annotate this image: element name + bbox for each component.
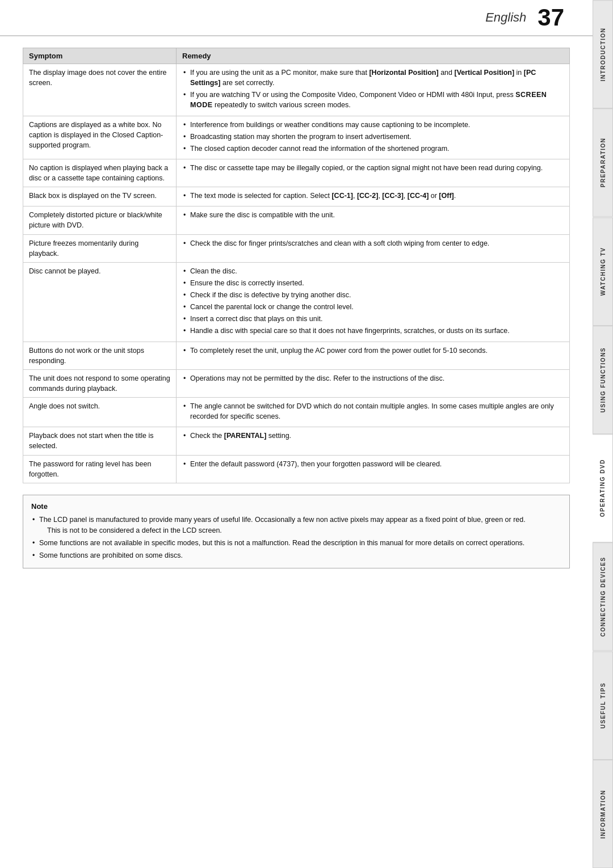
table-row: Black box is displayed on the TV screen.…	[23, 187, 570, 207]
col-header-symptom: Symptom	[23, 48, 177, 64]
remedy-cell: If you are using the unit as a PC monito…	[177, 64, 570, 116]
sidebar: INTRODUCTION PREPARATION WATCHING TV USI…	[593, 0, 613, 868]
table-row: Disc cannot be played.Clean the disc.Ens…	[23, 262, 570, 342]
symptom-cell: Buttons do not work or the unit stops re…	[23, 342, 177, 369]
sidebar-tab-watching-tv[interactable]: WATCHING TV	[593, 217, 613, 326]
remedy-cell: Enter the default password (4737), then …	[177, 455, 570, 483]
remedy-cell: Interference from buildings or weather c…	[177, 116, 570, 159]
remedy-item: Check the [PARENTAL] setting.	[182, 431, 564, 441]
symptom-cell: The display image does not cover the ent…	[23, 64, 177, 116]
header-right: English 37	[485, 6, 564, 30]
troubleshooting-table-wrapper: Symptom Remedy The display image does no…	[23, 48, 570, 483]
sidebar-tab-operating-dvd[interactable]: OPERATING DVD	[593, 434, 613, 542]
table-row: Playback does not start when the title i…	[23, 427, 570, 455]
remedy-item: Enter the default password (4737), then …	[182, 459, 564, 469]
page-header: English 37	[0, 0, 593, 36]
note-item: The LCD panel is manufactured to provide…	[31, 515, 561, 536]
remedy-cell: Make sure the disc is compatible with th…	[177, 207, 570, 234]
table-row: Completely distorted picture or black/wh…	[23, 207, 570, 234]
table-row: The password for rating level has been f…	[23, 455, 570, 483]
remedy-item: The angle cannot be switched for DVD whi…	[182, 401, 564, 422]
symptom-cell: Picture freezes momentarily during playb…	[23, 234, 177, 262]
table-row: Buttons do not work or the unit stops re…	[23, 342, 570, 369]
remedy-cell: To completely reset the unit, unplug the…	[177, 342, 570, 369]
table-row: The unit does not respond to some operat…	[23, 369, 570, 397]
remedy-cell: Check the disc for finger prints/scratch…	[177, 234, 570, 262]
note-list: The LCD panel is manufactured to provide…	[31, 515, 561, 561]
sidebar-tab-information[interactable]: INFORMATION	[593, 760, 613, 868]
note-sub: This is not to be considered a defect in…	[39, 525, 561, 536]
remedy-item: If you are using the unit as a PC monito…	[182, 68, 564, 88]
remedy-item: Insert a correct disc that plays on this…	[182, 314, 564, 324]
remedy-item: Clean the disc.	[182, 266, 564, 276]
remedy-cell: Check the [PARENTAL] setting.	[177, 427, 570, 455]
sidebar-tab-introduction[interactable]: INTRODUCTION	[593, 0, 613, 108]
main-content: Symptom Remedy The display image does no…	[0, 36, 593, 580]
note-item: Some functions are not available in spec…	[31, 538, 561, 549]
sidebar-tab-useful-tips[interactable]: USEFUL TIPS	[593, 651, 613, 760]
remedy-item: Make sure the disc is compatible with th…	[182, 210, 564, 220]
troubleshooting-table: Symptom Remedy The display image does no…	[23, 48, 570, 483]
symptom-cell: Black box is displayed on the TV screen.	[23, 187, 177, 207]
remedy-item: Cancel the parental lock or change the c…	[182, 302, 564, 312]
table-row: Captions are displayed as a white box. N…	[23, 116, 570, 159]
table-row: The display image does not cover the ent…	[23, 64, 570, 116]
symptom-cell: Playback does not start when the title i…	[23, 427, 177, 455]
table-row: No caption is displayed when playing bac…	[23, 159, 570, 187]
page-number: 37	[538, 6, 564, 30]
remedy-cell: The disc or cassette tape may be illegal…	[177, 159, 570, 187]
sidebar-tab-using-functions[interactable]: USING FUNCTIONS	[593, 326, 613, 434]
symptom-cell: The password for rating level has been f…	[23, 455, 177, 483]
remedy-cell: The angle cannot be switched for DVD whi…	[177, 398, 570, 427]
symptom-cell: The unit does not respond to some operat…	[23, 369, 177, 397]
note-item: Some functions are prohibited on some di…	[31, 550, 561, 561]
remedy-item: Check the disc for finger prints/scratch…	[182, 238, 564, 248]
remedy-item: Handle a disc with special care so that …	[182, 326, 564, 336]
remedy-item: The disc or cassette tape may be illegal…	[182, 163, 564, 173]
remedy-cell: The text mode is selected for caption. S…	[177, 187, 570, 207]
remedy-item: The closed caption decoder cannot read t…	[182, 144, 564, 154]
symptom-cell: No caption is displayed when playing bac…	[23, 159, 177, 187]
remedy-cell: Operations may not be permitted by the d…	[177, 369, 570, 397]
table-row: Angle does not switch.The angle cannot b…	[23, 398, 570, 427]
symptom-cell: Disc cannot be played.	[23, 262, 177, 342]
remedy-cell: Clean the disc.Ensure the disc is correc…	[177, 262, 570, 342]
remedy-item: Broadcasting station may shorten the pro…	[182, 132, 564, 142]
remedy-item: The text mode is selected for caption. S…	[182, 191, 564, 201]
table-row: Picture freezes momentarily during playb…	[23, 234, 570, 262]
remedy-item: Ensure the disc is correctly inserted.	[182, 278, 564, 288]
sidebar-tab-connecting-devices[interactable]: CONNECTING DEVICES	[593, 542, 613, 651]
remedy-item: Interference from buildings or weather c…	[182, 120, 564, 130]
remedy-item: If you are watching TV or using the Comp…	[182, 90, 564, 110]
symptom-cell: Captions are displayed as a white box. N…	[23, 116, 177, 159]
remedy-item: To completely reset the unit, unplug the…	[182, 345, 564, 356]
note-section: Note The LCD panel is manufactured to pr…	[23, 495, 570, 569]
note-title: Note	[31, 501, 561, 512]
symptom-cell: Completely distorted picture or black/wh…	[23, 207, 177, 234]
page-language: English	[485, 10, 526, 25]
remedy-item: Check if the disc is defective by trying…	[182, 290, 564, 300]
symptom-cell: Angle does not switch.	[23, 398, 177, 427]
sidebar-tab-preparation[interactable]: PREPARATION	[593, 108, 613, 217]
remedy-item: Operations may not be permitted by the d…	[182, 373, 564, 384]
col-header-remedy: Remedy	[177, 48, 570, 64]
